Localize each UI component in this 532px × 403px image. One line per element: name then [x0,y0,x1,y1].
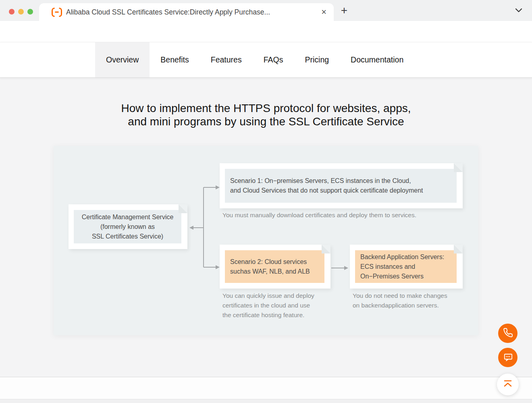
certificate-management-service-box: Certificate Management Service (formerly… [69,204,187,249]
tab-pricing[interactable]: Pricing [294,42,340,77]
phone-icon [503,328,513,339]
architecture-diagram: Certificate Management Service (formerly… [54,146,478,335]
browser-tab-strip: Alibaba Cloud SSL Certificates Service:D… [0,0,532,21]
minimize-window-button[interactable] [18,9,24,15]
maximize-window-button[interactable] [27,9,33,15]
chevron-down-icon[interactable] [515,8,523,15]
alibaba-cloud-logo-icon [52,8,62,17]
contact-phone-button[interactable] [498,324,517,343]
page-title: How to implement the HTTPS protocol for … [0,102,532,128]
scenario1-box: Scenario 1: On−premises Servers, ECS ins… [220,163,463,208]
live-chat-button[interactable] [498,348,517,367]
tab-documentation[interactable]: Documentation [340,42,414,77]
backend-caption: You do not need to make changes on backe… [353,291,470,310]
close-window-button[interactable] [9,9,15,15]
browser-toolbar: alibabacloud.com/product/certificates ••… [0,21,532,42]
scenario1-caption: You must manually download certificates … [222,210,464,220]
tab-features[interactable]: Features [200,42,253,77]
product-nav: Overview Benefits Features FAQs Pricing … [0,42,532,77]
tab-overview[interactable]: Overview [95,42,150,77]
footer [0,377,532,399]
browser-tab[interactable]: Alibaba Cloud SSL Certificates Service:D… [39,3,334,21]
tab-title: Alibaba Cloud SSL Certificates Service:D… [66,8,318,17]
backend-servers-box: Backend Application Servers: ECS instanc… [350,245,463,289]
tab-close-icon[interactable]: × [321,8,326,17]
back-to-top-icon [503,379,513,390]
tab-faqs[interactable]: FAQs [253,42,294,77]
footer-bottom-strip [0,399,532,403]
chat-icon [503,351,513,364]
new-tab-button[interactable]: + [339,4,350,17]
tab-benefits[interactable]: Benefits [150,42,200,77]
back-to-top-button[interactable] [497,374,519,395]
scenario2-caption: You can quickly issue and deploy certifi… [222,291,339,320]
scenario2-box: Scenario 2: Cloud services suchas WAF, N… [220,245,330,289]
